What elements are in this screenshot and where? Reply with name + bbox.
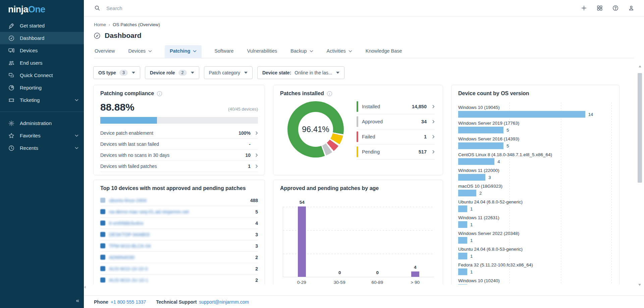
top-devices-list: ubuntu-linux-2404488na-demo-mac-seq-01.a… xyxy=(100,195,258,285)
legend-row-failed[interactable]: Failed1 xyxy=(357,129,435,144)
row-value: 1 xyxy=(248,164,251,169)
row-label: Device patch enablement xyxy=(100,130,153,136)
compliance-progress-track xyxy=(100,117,258,124)
horizontal-scroll-left-arrow[interactable] xyxy=(84,286,86,289)
compliance-row[interactable]: Device patch enablement100% xyxy=(100,128,258,139)
sidebar-item-favorites[interactable]: Favorites xyxy=(0,129,84,142)
chevron-down-icon xyxy=(193,50,197,53)
sidebar-item-end-users[interactable]: End users xyxy=(0,57,84,69)
legend-value: 34 xyxy=(421,119,427,124)
sidebar-item-get-started[interactable]: Get started xyxy=(0,19,84,32)
tab-patching[interactable]: Patching xyxy=(165,45,202,58)
plus-icon[interactable] xyxy=(581,5,587,11)
user-icon[interactable] xyxy=(628,5,635,11)
os-bar xyxy=(458,158,494,165)
sidebar-item-label: Quick Connect xyxy=(20,72,53,78)
device-icon xyxy=(100,232,105,237)
star-icon xyxy=(8,132,15,139)
sidebar-item-devices[interactable]: Devices xyxy=(0,44,84,57)
compliance-row[interactable]: Devices with failed patches1 xyxy=(100,161,258,172)
tab-label: Devices xyxy=(128,48,146,54)
legend-row-pending[interactable]: Pending517 xyxy=(357,144,435,160)
tab-devices[interactable]: Devices xyxy=(127,45,153,58)
sidebar-item-recents[interactable]: Recents xyxy=(0,142,84,154)
os-bar-label: Windows 10 (10240) xyxy=(458,278,612,284)
chevron-down-icon xyxy=(75,99,78,102)
legend-color-swatch xyxy=(357,146,358,157)
apps-grid-icon[interactable] xyxy=(596,5,603,11)
scrollbar-up-arrow[interactable] xyxy=(639,65,641,67)
filter-count-badge: 3 xyxy=(119,70,128,76)
sidebar: ninjaOne Get startedDashboardDevicesEnd … xyxy=(0,0,84,308)
gear-icon xyxy=(8,120,15,127)
sidebar-item-dashboard[interactable]: Dashboard xyxy=(0,32,84,44)
os-bar-value: 1 xyxy=(470,269,473,274)
legend-color-swatch xyxy=(357,101,358,112)
filter-os-type[interactable]: OS type3 xyxy=(93,66,140,79)
sidebar-item-administration[interactable]: Administration xyxy=(0,117,84,129)
device-name-link[interactable]: AUS-W10-10-10-3 xyxy=(109,266,148,271)
sidebar-collapse-button[interactable]: « xyxy=(76,297,78,304)
tab-software[interactable]: Software xyxy=(214,45,234,58)
device-row: AUS-W10-JU-10-12 xyxy=(100,274,258,285)
scrollbar-thumb[interactable] xyxy=(638,73,642,183)
sidebar-item-reporting[interactable]: Reporting xyxy=(0,81,84,94)
legend-row-installed[interactable]: Installed14,850 xyxy=(357,99,435,114)
legend-row-approved[interactable]: Approved34 xyxy=(357,114,435,129)
os-bar-row: Windows 10 (19045)14 xyxy=(458,105,612,118)
os-bar-row: CentOS Linux 8 (4.18.0-348.7.1.el8_5.x86… xyxy=(458,152,612,165)
filter-device-role[interactable]: Device role2 xyxy=(145,66,199,79)
device-name-link[interactable]: na-demo-mac-seq-01.ad.ninjarmm.net xyxy=(109,209,189,214)
device-icon xyxy=(100,198,105,203)
scrollbar-down-arrow[interactable] xyxy=(638,284,641,286)
age-x-tick-label: 0-29 xyxy=(297,280,306,285)
filter-patch-category[interactable]: Patch category xyxy=(204,66,253,79)
tab-vulnerabilities[interactable]: Vulnerabilities xyxy=(246,45,278,58)
os-bar-label: Windows Server 2016 (14393) xyxy=(458,136,612,142)
device-name-link[interactable]: ubuntu-linux-2404 xyxy=(109,198,147,203)
sidebar-item-label: Devices xyxy=(20,48,38,53)
os-bar xyxy=(458,205,467,212)
info-icon[interactable]: i xyxy=(327,91,332,96)
clock-icon xyxy=(8,145,15,151)
tab-backup[interactable]: Backup xyxy=(290,45,314,58)
row-label: Devices with no scans in 30 days xyxy=(100,152,169,158)
breadcrumb-home-link[interactable]: Home xyxy=(94,22,106,27)
help-icon[interactable] xyxy=(612,5,619,11)
legend-label: Approved xyxy=(362,119,383,124)
tab-overview[interactable]: Overview xyxy=(94,45,115,58)
device-name-link[interactable]: AUS-W10-JU-10-1 xyxy=(109,278,148,283)
sidebar-item-quick-connect[interactable]: Quick Connect xyxy=(0,69,84,81)
breadcrumb-separator: › xyxy=(109,22,110,27)
info-icon[interactable]: i xyxy=(157,91,162,96)
footer-support-email-link[interactable]: support@ninjarmm.com xyxy=(199,299,249,305)
sidebar-item-ticketing[interactable]: Ticketing xyxy=(0,94,84,106)
compliance-rows: Device patch enablement100%Devices with … xyxy=(100,128,258,172)
device-name-link[interactable]: TPM-W10-BLCK-04 xyxy=(109,243,151,249)
os-bar-value: 3 xyxy=(488,175,491,180)
tab-activities[interactable]: Activities xyxy=(326,45,353,58)
compliance-progress-fill xyxy=(100,117,157,124)
device-row: ADMIN40302 xyxy=(100,252,258,263)
compliance-row[interactable]: Devices with no scans in 30 days10 xyxy=(100,150,258,161)
tab-knowledge-base[interactable]: Knowledge Base xyxy=(365,45,403,58)
os-bar xyxy=(458,253,467,259)
filter-device-state[interactable]: Device state:Online in the las... xyxy=(257,66,344,79)
device-name-link[interactable]: DESKTOP-94AB03 xyxy=(109,232,150,237)
sidebar-item-label: End users xyxy=(20,60,43,66)
device-name-link[interactable]: ADMIN4030 xyxy=(109,255,135,260)
os-bar-value: 1 xyxy=(470,254,473,259)
age-bar xyxy=(298,206,306,277)
donut-center-percent: 96.41% xyxy=(302,125,329,134)
ninjaone-logo[interactable]: ninjaOne xyxy=(0,0,84,19)
logo-part-one: One xyxy=(28,4,45,14)
footer-phone-link[interactable]: +1 800 555 1337 xyxy=(111,299,146,305)
search-input[interactable] xyxy=(106,5,247,11)
device-name-link[interactable]: it-vmhfddc0u4nx xyxy=(109,221,144,226)
age-x-tick-label: 30-59 xyxy=(334,280,345,285)
sidebar-item-label: Administration xyxy=(20,120,52,126)
card-patches-installed: Patches installed i 96.41% Installed14,8… xyxy=(273,85,443,175)
chevron-down-icon xyxy=(348,50,352,53)
card-device-count-by-os: Device count by OS version Windows 10 (1… xyxy=(451,85,620,285)
os-bar-value: 1 xyxy=(470,238,473,243)
